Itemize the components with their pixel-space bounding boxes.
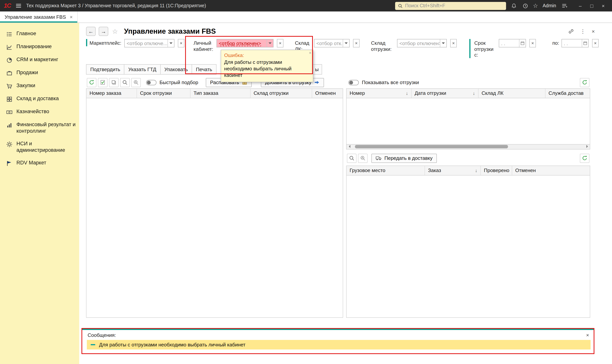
tooltip-title: Ошибка: xyxy=(224,52,307,58)
horizontal-scrollbar[interactable] xyxy=(346,144,590,150)
sidebar-item-label: Закупки xyxy=(16,83,35,89)
advanced-search-button[interactable] xyxy=(131,78,141,87)
sidebar-item-warehouse[interactable]: Склад и доставка xyxy=(0,92,79,105)
search-button[interactable] xyxy=(347,154,357,163)
message-item[interactable]: Для работы с отгрузками необходимо выбра… xyxy=(87,340,591,350)
quick-pick-toggle[interactable] xyxy=(146,80,157,85)
close-window-button[interactable]: × xyxy=(598,1,608,10)
date-from-clear-button[interactable]: × xyxy=(529,39,536,47)
chevron-down-icon[interactable] xyxy=(168,39,174,47)
copy-button[interactable] xyxy=(109,78,119,87)
maximize-button[interactable]: □ xyxy=(587,1,597,10)
date-to-clear-button[interactable]: × xyxy=(592,39,599,47)
col-lk-warehouse[interactable]: Склад ЛК xyxy=(479,89,545,98)
personal-account-clear-button[interactable]: × xyxy=(277,39,283,47)
main-menu-icon[interactable] xyxy=(15,2,22,10)
orders-pane: Быстрый подбор Распаковать Добавить в от… xyxy=(86,77,343,318)
sort-desc-icon[interactable]: ↓ xyxy=(406,91,408,96)
section-sidebar: Главное Планирование CRM и маркетинг Про… xyxy=(0,23,79,364)
advanced-search-button[interactable] xyxy=(358,154,368,163)
cargo-table-body[interactable] xyxy=(346,176,590,318)
scroll-right-icon[interactable] xyxy=(585,144,590,149)
sidebar-item-purchases[interactable]: Закупки xyxy=(0,79,79,92)
tab-print[interactable]: Печать xyxy=(192,64,216,75)
col-cancelled[interactable]: Отменен xyxy=(312,89,343,98)
col-cancelled[interactable]: Отменен xyxy=(512,166,590,175)
tab-close-icon[interactable]: × xyxy=(70,14,73,20)
shipments-table-body[interactable] xyxy=(346,98,590,144)
chevron-down-icon[interactable] xyxy=(266,39,273,47)
favorites-star-icon[interactable]: ☆ xyxy=(533,2,538,9)
col-cargo-place[interactable]: Грузовое место xyxy=(346,166,425,175)
user-name[interactable]: Admin xyxy=(543,3,556,8)
admin-gear-icon xyxy=(6,141,13,148)
favorite-star-icon[interactable]: ☆ xyxy=(112,27,118,35)
set-flags-button[interactable] xyxy=(98,78,107,87)
refresh-button[interactable] xyxy=(580,154,589,163)
sidebar-item-label: Склад и доставка xyxy=(16,96,59,102)
minimize-button[interactable]: – xyxy=(575,1,585,10)
marketplace-combo[interactable]: <отбор отключе... xyxy=(124,39,174,47)
lk-warehouse-clear-button[interactable]: × xyxy=(353,39,359,47)
shipments-table: Номер↓ Дата отгрузки↓ Склад ЛК Служба до… xyxy=(346,88,590,150)
date-from-input[interactable]: . . xyxy=(499,39,526,47)
sidebar-item-treasury[interactable]: Казначейство xyxy=(0,105,79,118)
sidebar-item-crm[interactable]: CRM и маркетинг xyxy=(0,53,79,66)
scrollbar-thumb[interactable] xyxy=(355,145,508,148)
1c-logo: 1С xyxy=(4,2,11,9)
col-shipment-deadline[interactable]: Срок отгрузки xyxy=(137,89,190,98)
col-order[interactable]: Заказ↓ xyxy=(425,166,481,175)
orders-table-body[interactable] xyxy=(86,98,343,318)
sidebar-item-planning[interactable]: Планирование xyxy=(0,40,79,53)
notifications-bell-icon[interactable] xyxy=(510,2,518,10)
col-number[interactable]: Номер↓ xyxy=(346,89,412,98)
personal-account-combo[interactable]: <отбор отключен> xyxy=(216,39,274,47)
sidebar-item-finance[interactable]: Финансовый результат и контроллинг xyxy=(0,118,79,138)
sort-desc-icon[interactable]: ↓ xyxy=(475,168,477,173)
history-icon[interactable] xyxy=(521,2,529,10)
global-search-input[interactable]: Поиск Ctrl+Shift+F xyxy=(395,2,506,10)
sidebar-item-label: НСИ и администрирование xyxy=(16,141,76,154)
search-button[interactable] xyxy=(120,78,130,87)
back-button[interactable]: ← xyxy=(86,27,96,36)
tab-gtd[interactable]: Указать ГТД xyxy=(124,64,161,75)
sidebar-item-sales[interactable]: Продажи xyxy=(0,66,79,79)
shipment-warehouse-clear-button[interactable]: × xyxy=(450,39,457,47)
col-delivery-service[interactable]: Служба достав xyxy=(545,89,590,98)
tooltip-close-icon[interactable]: × xyxy=(309,51,311,55)
col-shipment-warehouse[interactable]: Склад отгрузки xyxy=(251,89,312,98)
col-order-type[interactable]: Тип заказа xyxy=(190,89,251,98)
date-to-input[interactable]: . . xyxy=(561,39,589,47)
marketplace-clear-button[interactable]: × xyxy=(178,39,184,47)
scroll-left-icon[interactable] xyxy=(346,144,351,149)
col-shipment-date[interactable]: Дата отгрузки↓ xyxy=(412,89,479,98)
show-all-shipments-toggle[interactable] xyxy=(348,80,359,85)
col-order-number[interactable]: Номер заказа xyxy=(86,89,137,98)
chevron-down-icon[interactable] xyxy=(440,39,446,47)
messages-annotation-frame: Сообщения: × Для работы с отгрузками нео… xyxy=(81,328,594,354)
refresh-button[interactable] xyxy=(87,78,96,87)
window-controls: – □ × xyxy=(575,1,608,10)
service-menu-icon[interactable] xyxy=(561,2,568,10)
sidebar-item-home[interactable]: Главное xyxy=(0,27,79,40)
lk-warehouse-combo[interactable]: <отбор отк... xyxy=(314,39,350,47)
get-link-icon[interactable] xyxy=(568,28,574,34)
sidebar-item-rdv-market[interactable]: RDV Маркет xyxy=(0,156,79,169)
sidebar-item-administration[interactable]: НСИ и администрирование xyxy=(0,138,79,157)
more-menu-icon[interactable]: ⋮ xyxy=(580,28,585,34)
forward-button[interactable]: → xyxy=(99,27,108,36)
col-checked[interactable]: Проверено xyxy=(481,166,512,175)
calendar-icon[interactable] xyxy=(519,39,526,47)
sort-desc-icon[interactable]: ↓ xyxy=(473,91,475,96)
tab-confirm[interactable]: Подтвердить xyxy=(86,64,124,75)
calendar-icon[interactable] xyxy=(582,39,588,47)
chevron-down-icon[interactable] xyxy=(343,39,349,47)
transfer-to-delivery-button[interactable]: Передать в доставку xyxy=(372,154,437,163)
refresh-button[interactable] xyxy=(580,78,589,87)
close-form-icon[interactable]: × xyxy=(592,28,595,34)
messages-close-icon[interactable]: × xyxy=(586,332,589,338)
sidebar-item-label: CRM и маркетинг xyxy=(16,57,58,63)
tab-fbs-orders[interactable]: Управление заказами FBS × xyxy=(0,12,78,23)
tab-pack[interactable]: Упаковать xyxy=(160,64,192,75)
shipment-warehouse-combo[interactable]: <отбор отключен> xyxy=(397,39,447,47)
